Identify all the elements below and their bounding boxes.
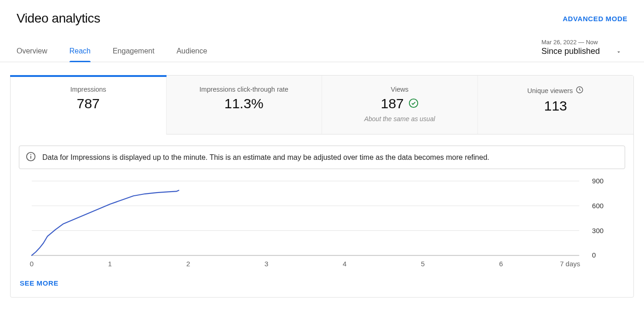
svg-text:6: 6 (499, 260, 503, 268)
info-banner-text: Data for Impressions is displayed up to … (42, 153, 489, 162)
svg-text:7 days: 7 days (560, 260, 580, 268)
tab-reach[interactable]: Reach (69, 47, 91, 62)
metric-label: Impressions click-through rate (200, 86, 288, 93)
metric-tab-0[interactable]: Impressions787 (11, 76, 167, 135)
svg-text:5: 5 (421, 260, 425, 268)
metric-label: Unique viewers (527, 86, 584, 95)
info-banner: Data for Impressions is displayed up to … (19, 146, 625, 169)
metric-value: 787 (77, 96, 100, 111)
chevron-down-icon (615, 49, 622, 57)
svg-text:2: 2 (186, 260, 190, 268)
metric-tab-1[interactable]: Impressions click-through rate11.3% (167, 76, 322, 135)
metric-value: 187 (381, 96, 404, 111)
svg-point-4 (30, 154, 31, 155)
svg-text:0: 0 (592, 251, 596, 259)
date-range-picker[interactable]: Mar 26, 2022 — Now Since published (541, 39, 627, 62)
svg-text:300: 300 (592, 227, 604, 234)
svg-text:4: 4 (343, 260, 346, 268)
metric-tab-2[interactable]: Views187About the same as usual (322, 76, 478, 135)
tab-audience[interactable]: Audience (177, 47, 207, 62)
metric-tab-3[interactable]: Unique viewers113 (478, 76, 634, 135)
metric-value: 113 (544, 98, 567, 114)
check-icon (408, 98, 419, 110)
see-more-link[interactable]: SEE MORE (20, 279, 58, 287)
date-range-small: Mar 26, 2022 — Now (541, 39, 598, 46)
reach-card: Impressions787Impressions click-through … (10, 75, 634, 298)
metric-label: Impressions (70, 86, 106, 93)
page-title: Video analytics (17, 11, 100, 26)
svg-text:1: 1 (108, 260, 112, 268)
svg-point-0 (409, 99, 418, 107)
tab-engagement[interactable]: Engagement (113, 47, 155, 62)
date-range-big: Since published (541, 47, 600, 56)
metric-value: 11.3% (224, 96, 264, 111)
info-icon (26, 152, 36, 163)
impressions-chart: 030060090001234567 days (29, 177, 607, 269)
svg-text:600: 600 (592, 202, 604, 210)
clock-icon (575, 86, 584, 95)
svg-text:900: 900 (592, 177, 604, 185)
tab-overview[interactable]: Overview (17, 47, 47, 62)
metric-tabs: Impressions787Impressions click-through … (11, 76, 633, 135)
svg-text:0: 0 (30, 260, 34, 268)
primary-tabs: OverviewReachEngagementAudience (17, 47, 207, 62)
advanced-mode-link[interactable]: ADVANCED MODE (563, 15, 627, 23)
metric-label: Views (391, 86, 408, 93)
svg-text:3: 3 (264, 260, 268, 268)
metric-note: About the same as usual (364, 115, 435, 123)
